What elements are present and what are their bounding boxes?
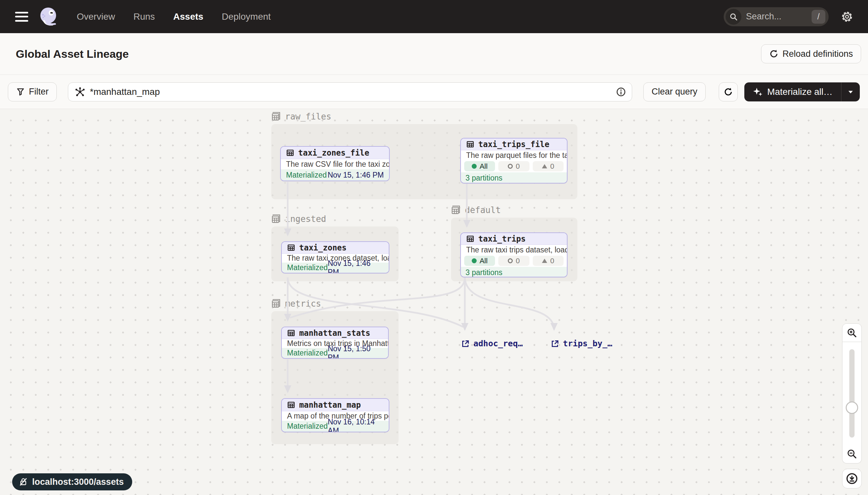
search-icon [726, 9, 741, 24]
asset-selection-input[interactable] [90, 87, 616, 97]
search-input-container[interactable]: / [724, 7, 829, 26]
dagster-logo[interactable] [37, 5, 60, 28]
search-input[interactable] [746, 12, 812, 22]
browser-status-url: localhost:3000/assets [12, 473, 132, 490]
status-badge: Materialized [286, 171, 327, 180]
partition-badges: All 0 0 [461, 160, 567, 172]
sparkle-icon [753, 87, 763, 97]
zoom-in-button[interactable] [842, 323, 862, 342]
partitions-missing-badge[interactable]: 0 [498, 161, 529, 171]
table-icon [286, 149, 294, 157]
info-icon[interactable] [616, 87, 626, 97]
status-badge: Materialized [287, 348, 328, 357]
external-asset-adhoc-request[interactable]: adhoc_req… [461, 339, 523, 348]
group-label-raw-files[interactable]: raw_files [271, 112, 331, 121]
group-table-icon [271, 112, 281, 121]
asset-node-manhattan-map[interactable]: manhattan_map A map of the number of tri… [281, 398, 389, 432]
asset-description: The raw taxi trips dataset, loaded into … [461, 245, 567, 255]
nav-runs[interactable]: Runs [134, 12, 155, 22]
nav-deployment[interactable]: Deployment [222, 12, 271, 22]
group-label-metrics[interactable]: metrics [271, 299, 321, 309]
zoom-out-button[interactable] [842, 445, 862, 463]
partitions-success-badge[interactable]: All [464, 161, 495, 171]
missing-ring-icon [508, 258, 513, 263]
zoom-slider-thumb[interactable] [846, 402, 858, 414]
partition-badges: All 0 0 [461, 255, 567, 267]
group-label-default[interactable]: default [451, 205, 501, 215]
materialize-dropdown-button[interactable] [842, 82, 860, 101]
asset-description: The raw parquet files for the taxi trips… [461, 150, 567, 160]
zoom-slider[interactable] [842, 342, 862, 445]
external-asset-trips-by[interactable]: trips_by_… [550, 339, 613, 348]
asset-description: The raw CSV file for the taxi zones dat.… [281, 159, 389, 169]
nav-assets[interactable]: Assets [173, 12, 203, 22]
failed-triangle-icon [542, 164, 547, 168]
success-dot-icon [472, 258, 477, 263]
reload-icon [769, 49, 778, 58]
filter-button[interactable]: Filter [8, 82, 57, 101]
table-icon [287, 243, 295, 252]
main-nav: Overview Runs Assets Deployment [77, 12, 271, 22]
zoom-in-icon [847, 328, 857, 338]
page-title: Global Asset Lineage [16, 48, 129, 61]
search-shortcut-key: / [812, 10, 825, 24]
success-dot-icon [472, 164, 477, 169]
graph-query-icon [75, 87, 85, 97]
materialization-timestamp: Nov 16, 10:14 AM [328, 417, 384, 433]
zoom-slider-track [849, 349, 854, 438]
failed-triangle-icon [542, 259, 547, 263]
funnel-icon [16, 87, 25, 96]
external-link-icon [550, 339, 559, 348]
materialization-timestamp: Nov 15, 1:46 PM [328, 259, 384, 274]
group-table-icon [271, 214, 281, 224]
status-badge: Materialized [287, 422, 328, 431]
partitions-failed-badge[interactable]: 0 [533, 256, 564, 266]
materialize-all-button[interactable]: Materialize all… [744, 82, 841, 101]
lineage-canvas[interactable]: raw_files ingested default metrics [0, 109, 868, 495]
zoom-out-icon [847, 449, 857, 459]
nav-overview[interactable]: Overview [77, 12, 115, 22]
table-icon [466, 140, 474, 148]
asset-node-manhattan-stats[interactable]: manhattan_stats Metrics on taxi trips in… [281, 327, 389, 359]
zoom-controls [842, 323, 862, 463]
reload-definitions-button[interactable]: Reload definitions [761, 44, 861, 63]
asset-node-taxi-zones[interactable]: taxi_zones The raw taxi zones dataset, l… [281, 241, 389, 273]
asset-name: manhattan_map [299, 400, 361, 410]
refresh-icon [724, 87, 733, 97]
asset-toolbar: Filter Clear query Materialize all… [0, 75, 868, 109]
asset-name: taxi_trips [478, 234, 526, 243]
external-link-icon [461, 339, 470, 348]
partitions-success-badge[interactable]: All [464, 256, 495, 266]
group-table-icon [451, 205, 461, 215]
refresh-graph-button[interactable] [719, 82, 738, 101]
asset-node-taxi-zones-file[interactable]: taxi_zones_file The raw CSV file for the… [280, 146, 390, 181]
download-icon [846, 473, 858, 484]
download-view-button[interactable] [842, 469, 862, 489]
table-icon [466, 235, 474, 243]
partitions-missing-badge[interactable]: 0 [498, 256, 529, 266]
asset-name: manhattan_stats [299, 328, 370, 338]
gear-icon [840, 10, 854, 23]
asset-name: taxi_zones [299, 243, 347, 252]
missing-ring-icon [508, 164, 513, 169]
partitions-failed-badge[interactable]: 0 [533, 161, 564, 171]
materialize-split-button: Materialize all… [744, 82, 860, 101]
asset-node-taxi-trips[interactable]: taxi_trips The raw taxi trips dataset, l… [460, 233, 568, 277]
clear-query-button[interactable]: Clear query [643, 82, 706, 101]
title-bar: Global Asset Lineage Reload definitions [0, 33, 868, 75]
asset-name: taxi_zones_file [298, 148, 369, 157]
partition-count: 3 partitions [461, 267, 567, 277]
materialization-timestamp: Nov 15, 1:46 PM [328, 171, 384, 180]
group-label-ingested[interactable]: ingested [271, 214, 326, 224]
table-icon [287, 329, 295, 337]
settings-button[interactable] [838, 8, 855, 25]
asset-selection-input-container[interactable] [68, 82, 632, 101]
table-icon [287, 401, 295, 409]
menu-icon[interactable] [15, 12, 28, 22]
chevron-down-icon [847, 88, 854, 96]
asset-node-taxi-trips-file[interactable]: taxi_trips_file The raw parquet files fo… [460, 138, 568, 184]
asset-name: taxi_trips_file [478, 140, 549, 149]
status-badge: Materialized [287, 263, 328, 272]
top-nav: Overview Runs Assets Deployment / [0, 0, 868, 33]
partition-count: 3 partitions [461, 172, 567, 184]
